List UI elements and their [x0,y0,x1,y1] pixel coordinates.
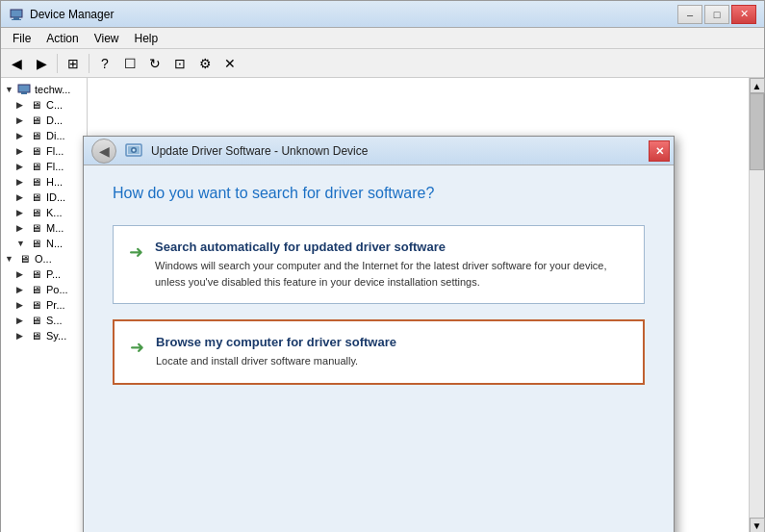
window-title: Device Manager [30,8,677,21]
device-icon-p1: 🖥 [28,267,43,281]
menu-view[interactable]: View [87,30,127,47]
list-item[interactable]: ▶ 🖥 S... [3,313,85,328]
tree-panel: ▼ techw... ▶ 🖥 C... ▶ 🖥 D... [1,78,88,532]
tree-label-pr: Pr... [46,299,65,311]
tree-arrow-h: ▶ [16,177,28,187]
auto-search-option[interactable]: ➜ Search automatically for updated drive… [113,225,645,304]
update-driver-dialog: ◀ Update Driver Software - Unknown Devic… [83,136,675,532]
computer-icon [16,83,32,96]
tree-label-n: N... [46,238,63,249]
tree-root-label: techw... [35,84,70,95]
device-icon-h: 🖥 [28,175,43,189]
tree-arrow-di: ▶ [16,131,28,140]
scroll-thumb[interactable] [750,93,764,170]
close-button[interactable]: ✕ [731,5,756,24]
tree-item-o[interactable]: ▼ 🖥 O... [3,251,85,266]
tree-arrow-s: ▶ [16,316,28,325]
scroll-track [750,93,764,518]
svg-rect-4 [21,92,27,94]
list-item[interactable]: ▶ 🖥 Pr... [3,297,85,313]
menu-bar: File Action View Help [1,28,764,49]
tree-arrow-po: ▶ [16,285,28,294]
list-item[interactable]: ▶ 🖥 Po... [3,282,85,297]
toolbar-refresh[interactable]: ↻ [143,52,166,75]
list-item[interactable]: ▶ 🖥 P... [3,266,85,282]
browse-arrow-icon: ➜ [130,337,144,358]
tree-arrow-m: ▶ [16,223,28,233]
device-icon-c: 🖥 [28,98,43,112]
list-item[interactable]: ▶ 🖥 M... [3,220,85,236]
list-item[interactable]: ▶ 🖥 K... [3,205,85,220]
menu-file[interactable]: File [5,30,38,47]
scrollbar[interactable]: ▲ ▼ [749,78,764,532]
list-item[interactable]: ▶ 🖥 Fl... [3,143,85,159]
toolbar-back[interactable]: ◀ [5,52,28,75]
menu-action[interactable]: Action [38,30,86,47]
auto-search-description: Windows will search your computer and th… [155,258,628,290]
list-item[interactable]: ▶ 🖥 H... [3,174,85,190]
tree-label-k: K... [46,207,63,218]
device-icon-fl2: 🖥 [28,160,43,173]
title-bar: Device Manager – □ ✕ [1,1,764,28]
auto-search-content: Search automatically for updated driver … [155,240,628,290]
toolbar: ◀ ▶ ⊞ ? ☐ ↻ ⊡ ⚙ ✕ [1,49,764,78]
toolbar-forward[interactable]: ▶ [30,52,53,75]
tree-arrow-o: ▼ [5,254,16,264]
toolbar-grid[interactable]: ⊞ [62,52,85,75]
tree-arrow-pr: ▶ [16,300,28,310]
device-manager-window: Device Manager – □ ✕ File Action View He… [0,0,765,532]
list-item[interactable]: ▶ 🖥 C... [3,97,85,113]
tree-label-c: C... [46,99,63,111]
browse-option[interactable]: ➜ Browse my computer for driver software… [113,319,645,385]
tree-label-fl1: Fl... [46,145,64,157]
toolbar-help[interactable]: ? [93,52,116,75]
toolbar-checkbox[interactable]: ☐ [118,52,141,75]
tree-label-d: D... [46,114,63,126]
tree-label-m: M... [46,222,64,234]
tree-label-fl2: Fl... [46,161,64,172]
tree-arrow-d: ▶ [16,115,28,125]
browse-title: Browse my computer for driver software [156,335,396,349]
device-icon-po: 🖥 [28,283,43,296]
dialog-back-button[interactable]: ◀ [91,139,116,164]
dialog-title-bar: ◀ Update Driver Software - Unknown Devic… [84,137,674,165]
device-icon-di: 🖥 [28,129,43,142]
window-controls: – □ ✕ [677,5,756,24]
dialog-driver-icon [124,141,143,161]
svg-rect-0 [11,10,22,17]
toolbar-properties[interactable]: ⊡ [168,52,191,75]
tree-arrow-c: ▶ [16,100,28,110]
tree-arrow-k: ▶ [16,208,28,217]
toolbar-settings[interactable]: ⚙ [193,52,217,75]
list-item[interactable]: ▶ 🖥 ID... [3,190,85,205]
tree-label-po: Po... [46,284,68,295]
browse-description: Locate and install driver software manua… [156,353,396,369]
tree-label-di: Di... [46,130,65,141]
dialog-close-button[interactable]: ✕ [649,140,670,162]
device-icon-o: 🖥 [16,252,32,266]
list-item[interactable]: ▶ 🖥 D... [3,113,85,128]
device-icon-s: 🖥 [28,314,43,327]
tree-arrow: ▼ [5,85,16,94]
device-icon-k: 🖥 [28,206,43,219]
toolbar-remove[interactable]: ✕ [218,52,242,75]
scroll-up-arrow[interactable]: ▲ [750,78,765,93]
tree-label-sy: Sy... [46,330,66,342]
dialog-footer: Cancel [113,523,645,532]
tree-arrow-fl1: ▶ [16,146,28,156]
scroll-down-arrow[interactable]: ▼ [750,518,765,532]
list-item[interactable]: ▼ 🖥 N... [3,236,85,251]
main-area: ▼ techw... ▶ 🖥 C... ▶ 🖥 D... [1,78,764,532]
menu-help[interactable]: Help [127,30,166,47]
auto-search-arrow-icon: ➜ [129,241,143,263]
list-item[interactable]: ▶ 🖥 Di... [3,128,85,143]
minimize-button[interactable]: – [677,5,702,24]
tree-item-root[interactable]: ▼ techw... [3,82,85,97]
tree-label-o: O... [35,253,52,265]
svg-rect-3 [18,85,30,92]
maximize-button[interactable]: □ [704,5,729,24]
device-icon-d: 🖥 [28,114,43,127]
auto-search-title: Search automatically for updated driver … [155,240,628,254]
list-item[interactable]: ▶ 🖥 Sy... [3,328,85,343]
list-item[interactable]: ▶ 🖥 Fl... [3,159,85,174]
